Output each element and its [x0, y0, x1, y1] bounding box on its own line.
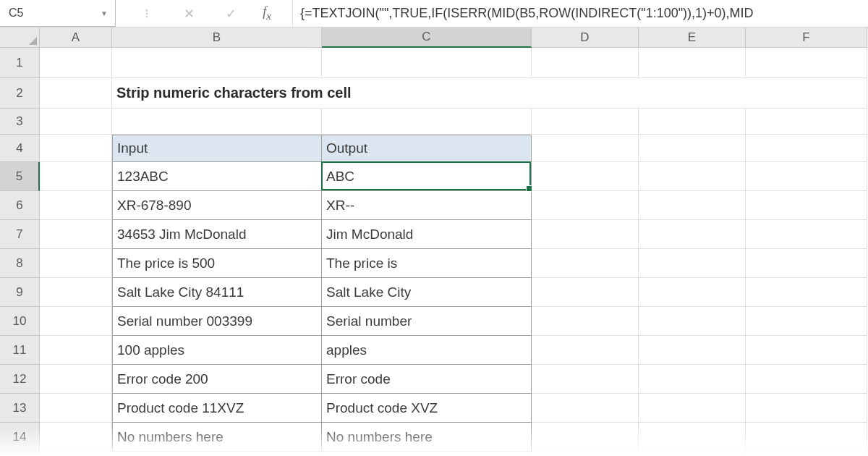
cell[interactable] — [746, 307, 867, 336]
cell[interactable] — [639, 278, 746, 307]
cell[interactable] — [40, 135, 112, 162]
cell[interactable] — [532, 162, 639, 191]
cell[interactable] — [40, 48, 112, 78]
cell[interactable] — [639, 249, 746, 278]
cell[interactable] — [746, 365, 867, 394]
table-cell-output[interactable]: Serial number — [322, 307, 532, 336]
row-header-4[interactable]: 4 — [0, 135, 40, 162]
table-cell-input[interactable]: No numbers here — [112, 423, 322, 452]
cell[interactable] — [40, 452, 112, 456]
table-cell-input[interactable]: 34653 Jim McDonald — [112, 220, 322, 249]
cell[interactable] — [40, 78, 112, 109]
table-cell-output[interactable]: Jim McDonald — [322, 220, 532, 249]
row-header-10[interactable]: 10 — [0, 307, 40, 336]
cell[interactable] — [639, 162, 746, 191]
column-header-D[interactable]: D — [532, 28, 639, 48]
cell[interactable] — [746, 191, 867, 220]
cell[interactable] — [746, 109, 867, 135]
cell[interactable] — [746, 48, 867, 78]
cell[interactable] — [639, 307, 746, 336]
column-header-B[interactable]: B — [112, 28, 322, 48]
row-header-1[interactable]: 1 — [0, 48, 40, 78]
row-header-13[interactable]: 13 — [0, 394, 40, 423]
table-cell-input[interactable]: 100 apples — [112, 336, 322, 365]
cell[interactable] — [639, 220, 746, 249]
cell[interactable] — [532, 336, 639, 365]
cell[interactable] — [532, 48, 639, 78]
row-header-3[interactable]: 3 — [0, 109, 40, 135]
table-cell-output[interactable]: Product code XVZ — [322, 394, 532, 423]
cell[interactable] — [746, 220, 867, 249]
cell[interactable] — [639, 365, 746, 394]
row-header-11[interactable]: 11 — [0, 336, 40, 365]
cell[interactable] — [532, 191, 639, 220]
cell[interactable] — [532, 278, 639, 307]
cell[interactable] — [639, 135, 746, 162]
table-cell-input[interactable]: 123ABC — [112, 162, 322, 191]
cell[interactable] — [112, 48, 322, 78]
cell[interactable] — [532, 423, 639, 452]
cell[interactable] — [746, 423, 867, 452]
cell[interactable] — [40, 191, 112, 220]
cell[interactable] — [639, 423, 746, 452]
cell[interactable] — [532, 394, 639, 423]
cell[interactable] — [639, 452, 746, 456]
table-cell-input[interactable]: Error code 200 — [112, 365, 322, 394]
table-cell-output[interactable]: apples — [322, 336, 532, 365]
cell[interactable] — [40, 307, 112, 336]
cell[interactable] — [112, 109, 322, 135]
chevron-down-icon[interactable]: ▼ — [101, 9, 108, 17]
cells-area[interactable]: Strip numeric characters from cellInputO… — [40, 48, 868, 456]
table-cell-output[interactable]: Error code — [322, 365, 532, 394]
table-cell-output[interactable]: No numbers here — [322, 423, 532, 452]
cell[interactable] — [322, 48, 532, 78]
formula-input[interactable]: {=TEXTJOIN("",TRUE,IF(ISERR(MID(B5,ROW(I… — [293, 0, 868, 27]
cell[interactable] — [746, 394, 867, 423]
cell[interactable] — [639, 394, 746, 423]
column-header-E[interactable]: E — [639, 28, 746, 48]
column-header-F[interactable]: F — [746, 28, 867, 48]
cell[interactable] — [40, 220, 112, 249]
table-cell-input[interactable]: XR-678-890 — [112, 191, 322, 220]
table-cell-input[interactable]: Serial number 003399 — [112, 307, 322, 336]
row-header-15[interactable]: 15 — [0, 452, 40, 456]
cell[interactable] — [532, 249, 639, 278]
table-cell-output[interactable]: ABC — [322, 162, 532, 191]
table-cell-input[interactable]: Product code 11XVZ — [112, 394, 322, 423]
enter-icon[interactable]: ✓ — [221, 6, 241, 22]
row-header-2[interactable]: 2 — [0, 78, 40, 109]
cell[interactable] — [746, 249, 867, 278]
table-header-input[interactable]: Input — [112, 135, 322, 162]
cell[interactable] — [746, 336, 867, 365]
cell[interactable] — [532, 220, 639, 249]
cell[interactable] — [746, 278, 867, 307]
row-header-6[interactable]: 6 — [0, 191, 40, 220]
row-header-5[interactable]: 5 — [0, 162, 40, 191]
cell[interactable] — [532, 365, 639, 394]
cell[interactable] — [639, 336, 746, 365]
cell[interactable] — [639, 191, 746, 220]
cell[interactable] — [746, 135, 867, 162]
row-header-9[interactable]: 9 — [0, 278, 40, 307]
cell[interactable] — [40, 365, 112, 394]
fx-icon[interactable]: fx — [263, 4, 271, 22]
table-cell-input[interactable]: Salt Lake City 84111 — [112, 278, 322, 307]
cell[interactable] — [322, 109, 532, 135]
name-box[interactable]: C5 ▼ — [0, 0, 116, 27]
row-header-14[interactable]: 14 — [0, 423, 40, 452]
table-header-output[interactable]: Output — [322, 135, 532, 162]
cell[interactable] — [532, 307, 639, 336]
cell[interactable] — [40, 423, 112, 452]
cell[interactable] — [322, 452, 532, 456]
cell[interactable] — [746, 162, 867, 191]
row-header-12[interactable]: 12 — [0, 365, 40, 394]
table-cell-output[interactable]: The price is — [322, 249, 532, 278]
cell[interactable] — [746, 452, 867, 456]
table-cell-input[interactable]: The price is 500 — [112, 249, 322, 278]
cell[interactable] — [40, 278, 112, 307]
cell[interactable] — [40, 162, 112, 191]
column-header-C[interactable]: C — [322, 28, 532, 48]
cell[interactable] — [40, 109, 112, 135]
table-cell-output[interactable]: Salt Lake City — [322, 278, 532, 307]
cell[interactable] — [532, 452, 639, 456]
